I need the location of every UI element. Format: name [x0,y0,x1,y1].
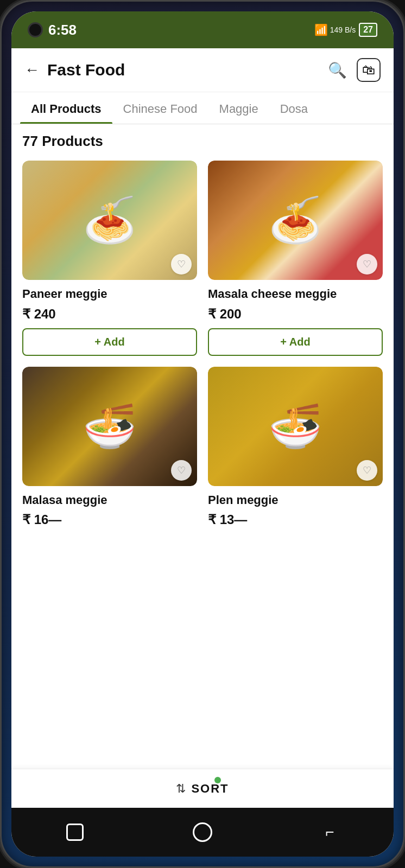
product-name: Plen meggie [208,493,383,508]
sort-arrows-icon: ⇅ [176,782,186,796]
nav-bar: ⌐ [11,808,394,857]
products-grid: ♡ Paneer meggie ₹ 240 + Add ♡ Masala che… [22,161,383,527]
data-speed: 149 B/s [330,25,356,34]
recent-apps-icon [66,824,84,841]
tab-all-products[interactable]: All Products [20,92,112,124]
signal-icons: 📶 149 B/s [314,23,356,36]
nav-recent-button[interactable] [61,819,88,846]
sort-label[interactable]: SORT [191,782,229,796]
product-image-wrapper: ♡ [22,367,197,486]
product-price: ₹ 16— [22,512,197,527]
product-price: ₹ 200 [208,307,383,322]
nav-back-button[interactable]: ⌐ [317,819,344,846]
tabs-container: All Products Chinese Food Maggie Dosa [11,92,394,124]
add-to-cart-button[interactable]: + Add [22,328,197,356]
app-content: ← Fast Food 🔍 🛍 All Products Chinese Foo… [11,48,394,808]
camera-dot [28,22,43,37]
sort-active-dot [214,777,221,783]
product-price: ₹ 240 [22,307,197,322]
product-image-wrapper: ♡ [208,161,383,280]
wishlist-button[interactable]: ♡ [171,460,192,481]
phone-inner: 6:58 📶 149 B/s 27 ← Fast Food 🔍 [11,11,394,857]
back-button[interactable]: ← [24,62,40,78]
header-left: ← Fast Food [24,61,125,79]
product-name: Paneer meggie [22,286,197,302]
product-name: Malasa meggie [22,493,197,508]
status-bar: 6:58 📶 149 B/s 27 [11,11,394,48]
back-icon: ⌐ [325,824,334,841]
page-title: Fast Food [47,61,125,79]
wishlist-button[interactable]: ♡ [357,460,377,481]
header-right: 🔍 🛍 [328,58,381,82]
home-icon [193,822,212,842]
wishlist-button[interactable]: ♡ [171,254,192,275]
product-card: ♡ Masala cheese meggie ₹ 200 + Add [208,161,383,356]
products-count: 77 Products [22,133,383,150]
header: ← Fast Food 🔍 🛍 [11,48,394,92]
status-time: 6:58 [48,22,77,39]
product-card: ♡ Paneer meggie ₹ 240 + Add [22,161,197,356]
sort-bar: ⇅ SORT [11,769,394,808]
status-left: 6:58 [28,22,77,39]
cart-icon: 🛍 [362,62,375,78]
nav-home-button[interactable] [189,819,216,846]
product-card: ♡ Plen meggie ₹ 13— [208,367,383,528]
product-card: ♡ Malasa meggie ₹ 16— [22,367,197,528]
tab-chinese-food[interactable]: Chinese Food [112,92,208,124]
cart-button[interactable]: 🛍 [357,58,381,82]
search-icon[interactable]: 🔍 [328,61,347,79]
product-image-wrapper: ♡ [22,161,197,280]
tab-maggie[interactable]: Maggie [208,92,269,124]
product-image-wrapper: ♡ [208,367,383,486]
add-to-cart-button[interactable]: + Add [208,328,383,356]
status-right: 📶 149 B/s 27 [314,23,377,37]
product-price: ₹ 13— [208,512,383,527]
wishlist-button[interactable]: ♡ [357,254,377,275]
products-section: 77 Products ♡ Paneer meggie ₹ 240 + Add [11,124,394,808]
battery-badge: 27 [359,23,377,37]
tab-dosa[interactable]: Dosa [269,92,319,124]
product-name: Masala cheese meggie [208,286,383,302]
phone-shell: 6:58 📶 149 B/s 27 ← Fast Food 🔍 [0,0,405,868]
wifi-icon: 📶 [314,23,328,36]
